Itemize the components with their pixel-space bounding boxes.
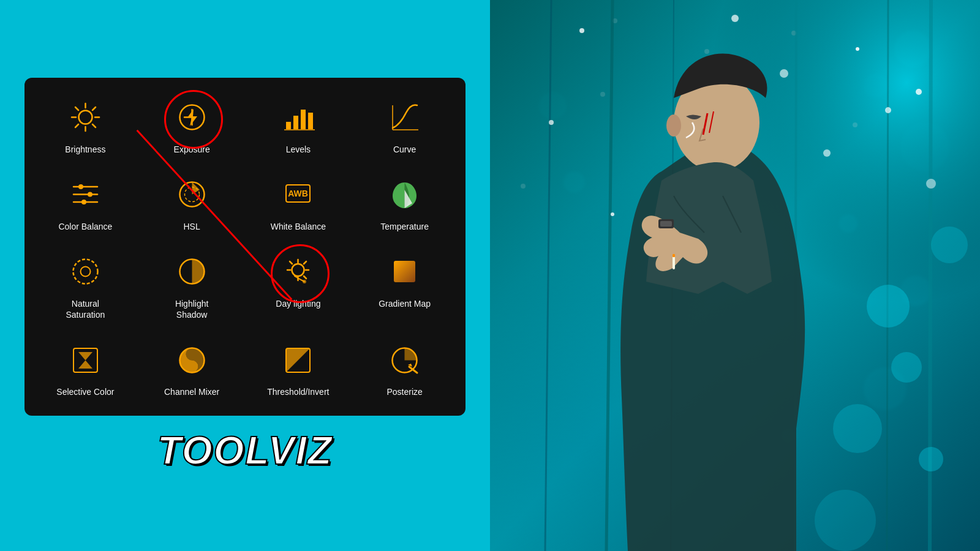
svg-rect-42 [394, 261, 415, 282]
svg-point-73 [856, 47, 859, 51]
gradient-map-item[interactable]: Gradient Map [353, 244, 456, 326]
color-balance-icon [69, 178, 102, 211]
hsl-icon-wrapper [170, 173, 213, 216]
color-balance-icon-wrapper [64, 173, 107, 216]
svg-point-74 [916, 89, 922, 95]
posterize-icon [388, 343, 421, 377]
svg-line-38 [290, 261, 292, 264]
curve-item[interactable]: Curve [353, 90, 456, 161]
tools-grid: Brightness Exposure [34, 90, 456, 404]
left-panel: Brightness Exposure [0, 0, 490, 551]
svg-rect-62 [660, 221, 672, 227]
threshold-invert-item[interactable]: Threshold/Invert [247, 332, 350, 403]
curve-label: Curve [393, 144, 416, 155]
right-panel [490, 0, 980, 551]
selective-color-item[interactable]: Selective Color [34, 332, 137, 403]
svg-line-39 [304, 276, 306, 279]
natural-saturation-icon-wrapper [64, 250, 107, 293]
day-lighting-item[interactable]: Day lighting [247, 244, 350, 326]
hsl-icon [175, 178, 209, 211]
temperature-label: Temperature [380, 221, 429, 232]
gradient-map-icon-wrapper [383, 250, 426, 293]
svg-point-80 [780, 69, 788, 78]
svg-point-66 [891, 352, 922, 383]
natural-saturation-icon [69, 255, 102, 288]
channel-mixer-item[interactable]: Channel Mixer [140, 332, 244, 403]
brightness-icon-wrapper [64, 96, 107, 139]
svg-line-8 [92, 107, 96, 110]
levels-label: Levels [286, 144, 311, 155]
levels-icon [281, 100, 315, 134]
posterize-label: Posterize [386, 386, 422, 397]
svg-rect-16 [308, 113, 313, 129]
brightness-icon [69, 100, 102, 134]
posterize-icon-wrapper [383, 339, 426, 381]
day-lighting-icon-wrapper [277, 250, 320, 293]
levels-icon-wrapper [277, 96, 320, 139]
channel-mixer-label: Channel Mixer [164, 386, 219, 397]
svg-line-9 [75, 124, 78, 127]
temperature-item[interactable]: Temperature [353, 167, 456, 238]
curve-icon-wrapper [383, 96, 426, 139]
svg-point-69 [931, 227, 968, 263]
color-balance-label: Color Balance [58, 221, 112, 232]
day-lighting-icon [281, 255, 315, 288]
svg-point-79 [885, 107, 891, 113]
selective-color-icon-wrapper [64, 339, 107, 381]
svg-line-54 [887, 0, 888, 551]
brightness-item[interactable]: Brightness [34, 90, 137, 161]
hsl-item[interactable]: HSL [140, 167, 244, 238]
svg-point-68 [919, 447, 943, 471]
temperature-icon [388, 178, 421, 211]
svg-point-1 [78, 111, 92, 124]
hsl-label: HSL [184, 221, 200, 232]
exposure-item[interactable]: Exposure [140, 90, 244, 161]
svg-point-31 [80, 267, 90, 277]
threshold-invert-icon-wrapper [277, 339, 320, 381]
tools-grid-container: Brightness Exposure [24, 78, 466, 416]
svg-rect-15 [301, 110, 306, 129]
color-balance-item[interactable]: Color Balance [34, 167, 137, 238]
brightness-label: Brightness [65, 144, 105, 155]
threshold-invert-label: Threshold/Invert [267, 386, 329, 397]
posterize-item[interactable]: Posterize [353, 332, 456, 403]
brand-name: TOOLVIZ [157, 428, 333, 473]
highlight-shadow-icon [175, 255, 209, 288]
svg-rect-13 [286, 122, 291, 129]
levels-item[interactable]: Levels [247, 90, 350, 161]
svg-point-65 [867, 285, 910, 328]
person-silhouette [490, 0, 980, 551]
svg-point-75 [549, 120, 554, 125]
highlight-shadow-icon-wrapper [170, 250, 213, 293]
svg-point-70 [815, 490, 876, 551]
svg-point-76 [823, 149, 831, 157]
gradient-map-label: Gradient Map [379, 298, 431, 309]
highlight-shadow-label: HighlightShadow [175, 298, 208, 320]
svg-point-10 [179, 105, 204, 130]
svg-point-25 [81, 200, 86, 204]
channel-mixer-icon-wrapper [170, 339, 213, 381]
svg-point-23 [88, 192, 92, 197]
white-balance-item[interactable]: AWB White Balance [247, 167, 350, 238]
svg-point-30 [73, 260, 97, 284]
white-balance-icon: AWB [281, 178, 315, 211]
natural-saturation-label: NaturalSaturation [66, 298, 105, 320]
svg-point-77 [926, 179, 936, 189]
svg-point-59 [666, 114, 681, 137]
svg-line-6 [75, 107, 78, 110]
exposure-icon-wrapper [170, 96, 213, 139]
temperature-icon-wrapper [383, 173, 426, 216]
selective-color-icon [69, 343, 102, 377]
svg-point-21 [78, 184, 83, 189]
svg-text:AWB: AWB [288, 189, 309, 198]
gradient-map-icon [388, 255, 421, 288]
svg-rect-14 [293, 116, 298, 129]
svg-point-72 [731, 15, 739, 22]
natural-saturation-item[interactable]: NaturalSaturation [34, 244, 137, 326]
svg-rect-64 [673, 254, 675, 257]
exposure-icon [175, 100, 209, 134]
svg-point-41 [303, 280, 306, 283]
highlight-shadow-item[interactable]: HighlightShadow [140, 244, 244, 326]
channel-mixer-icon [175, 343, 209, 377]
svg-rect-43 [74, 348, 97, 372]
